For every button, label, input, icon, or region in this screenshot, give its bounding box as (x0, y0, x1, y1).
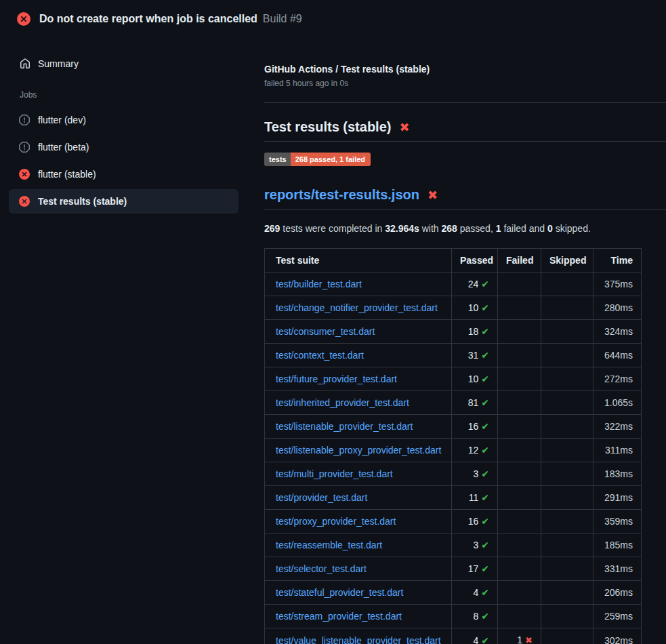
table-row: test/proxy_provider_test.dart 16✔ 359ms (265, 510, 642, 534)
passed-cell: 81✔ (452, 391, 498, 415)
skipped-cell (541, 628, 594, 644)
test-suite-link[interactable]: test/builder_test.dart (276, 279, 362, 289)
table-row: test/stateful_provider_test.dart 4✔ 206m… (265, 581, 642, 605)
x-circle-icon (19, 196, 30, 207)
time-cell: 331ms (594, 557, 642, 581)
check-icon: ✔ (481, 587, 489, 598)
passed-cell: 16✔ (452, 415, 498, 439)
test-suite-link[interactable]: test/inherited_provider_test.dart (276, 397, 409, 408)
failed-cell: 1✖ (498, 628, 541, 644)
skipped-cell (541, 415, 594, 439)
passed-cell: 4✔ (452, 581, 498, 605)
skipped-cell (541, 439, 594, 462)
test-suite-link[interactable]: test/value_listenable_provider_test.dart (276, 635, 441, 644)
time-cell: 644ms (594, 344, 642, 367)
col-header-passed: Passed (452, 249, 498, 273)
divider (264, 209, 666, 210)
passed-cell: 3✔ (452, 534, 498, 557)
tests-badge: tests 268 passed, 1 failed (264, 153, 371, 166)
check-icon: ✔ (481, 374, 489, 384)
test-suite-link[interactable]: test/proxy_provider_test.dart (276, 516, 396, 527)
table-header-row: Test suite Passed Failed Skipped Time (265, 249, 642, 273)
job-label: flutter (stable) (38, 169, 96, 180)
skipped-cell (541, 344, 594, 367)
page-title-row: Do not create report when job is cancell… (39, 13, 302, 25)
check-run-header: Do not create report when job is cancell… (0, 0, 666, 38)
skipped-cell (541, 581, 594, 605)
time-cell: 183ms (594, 462, 642, 486)
table-row: test/context_test.dart 31✔ 644ms (265, 344, 642, 367)
time-cell: 259ms (594, 605, 642, 628)
test-suite-link[interactable]: test/multi_provider_test.dart (276, 468, 393, 479)
table-row: test/builder_test.dart 24✔ 375ms (265, 273, 642, 296)
sidebar-job-item-flutter-beta-[interactable]: flutter (beta) (9, 135, 238, 159)
skipped-cell (541, 486, 594, 510)
x-mark-icon: ✖ (399, 121, 409, 134)
table-row: test/selector_test.dart 17✔ 331ms (265, 557, 642, 581)
test-suite-link[interactable]: test/selector_test.dart (276, 563, 367, 574)
sidebar-job-item-test-results-stable-[interactable]: Test results (stable) (9, 189, 238, 214)
skipped-cell (541, 534, 594, 557)
passed-cell: 3✔ (452, 462, 498, 486)
failed-cell (498, 296, 541, 320)
skipped-cell (541, 510, 594, 534)
test-summary-text: 269 tests were completed in 32.964s with… (264, 223, 666, 234)
x-mark-icon: ✖ (428, 189, 438, 201)
test-suite-link[interactable]: test/stateful_provider_test.dart (276, 587, 403, 598)
failed-cell (498, 273, 541, 296)
failed-cell (498, 391, 541, 415)
failed-status-icon (17, 12, 30, 26)
main-content: GitHub Actions / Test results (stable) f… (264, 38, 666, 644)
test-suite-link[interactable]: test/future_provider_test.dart (276, 374, 397, 384)
passed-cell: 12✔ (452, 439, 498, 462)
jobs-list: flutter (dev) flutter (beta) flutter (st… (0, 108, 264, 214)
col-header-test-suite: Test suite (265, 249, 452, 273)
test-suite-link[interactable]: test/listenable_provider_test.dart (276, 421, 413, 432)
passed-cell: 18✔ (452, 320, 498, 344)
failed-cell (498, 486, 541, 510)
test-suite-link[interactable]: test/reassemble_test.dart (276, 540, 382, 550)
skipped-cell (541, 367, 594, 391)
section-title: Test results (stable) (264, 119, 391, 135)
col-header-failed: Failed (498, 249, 541, 273)
test-suite-link[interactable]: test/change_notifier_provider_test.dart (276, 302, 438, 313)
section-title-row: Test results (stable) ✖ (264, 119, 666, 135)
passed-cell: 31✔ (452, 344, 498, 367)
test-suite-link[interactable]: test/provider_test.dart (276, 492, 367, 503)
test-suite-link[interactable]: test/stream_provider_test.dart (276, 611, 402, 622)
time-cell: 1.065s (594, 391, 642, 415)
check-icon: ✔ (481, 279, 489, 289)
passed-cell: 4✔ (452, 628, 498, 644)
report-file-link[interactable]: reports/test-results.json (264, 187, 419, 203)
sidebar-job-item-flutter-dev-[interactable]: flutter (dev) (9, 108, 238, 132)
table-row: test/future_provider_test.dart 10✔ 272ms (265, 367, 642, 391)
failed-cell (498, 534, 541, 557)
check-icon: ✔ (481, 302, 489, 313)
passed-cell: 17✔ (452, 557, 498, 581)
table-row: test/reassemble_test.dart 3✔ 185ms (265, 534, 642, 557)
page-title: Do not create report when job is cancell… (39, 13, 257, 25)
failed-cell (498, 415, 541, 439)
stop-icon (19, 142, 30, 153)
cross-icon: ✖ (525, 635, 533, 644)
check-icon: ✔ (481, 397, 489, 408)
home-icon (20, 58, 30, 69)
sidebar-item-summary[interactable]: Summary (0, 56, 264, 72)
test-suite-link[interactable]: test/consumer_test.dart (276, 326, 375, 337)
jobs-section-label: Jobs (0, 72, 264, 100)
skipped-cell (541, 296, 594, 320)
check-icon: ✔ (481, 350, 489, 361)
skipped-cell (541, 320, 594, 344)
test-suite-link[interactable]: test/listenable_proxy_provider_test.dart (276, 445, 441, 456)
failed-cell (498, 510, 541, 534)
job-label: Test results (stable) (38, 196, 127, 207)
sidebar-job-item-flutter-stable-[interactable]: flutter (stable) (9, 162, 238, 186)
test-results-table: Test suite Passed Failed Skipped Time te… (264, 248, 642, 644)
test-suite-link[interactable]: test/context_test.dart (276, 350, 364, 361)
time-cell: 311ms (594, 439, 642, 462)
check-icon: ✔ (481, 445, 489, 456)
skipped-cell (541, 391, 594, 415)
skipped-cell (541, 557, 594, 581)
job-label: flutter (beta) (38, 142, 89, 153)
failed-cell (498, 439, 541, 462)
